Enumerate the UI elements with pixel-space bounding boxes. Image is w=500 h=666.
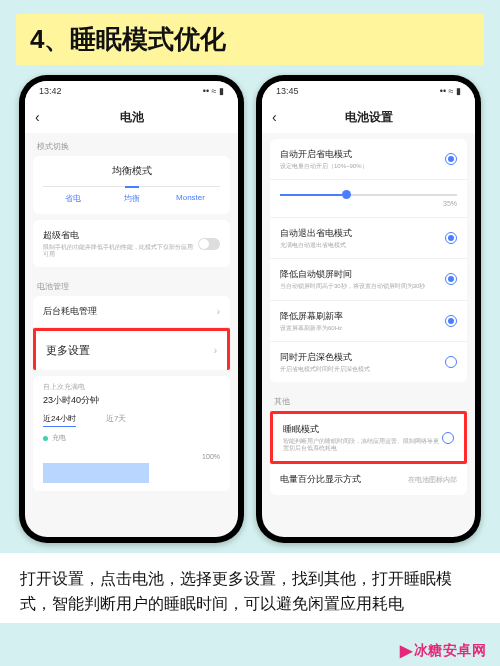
more-settings-label: 更多设置: [46, 343, 214, 358]
super-save-card: 超级省电 限制手机的功能并降低手机的性能，此模式下仅部分应用可用: [33, 220, 230, 267]
threshold-slider[interactable]: [280, 194, 457, 196]
banner-title: 4、睡眠模式优化: [16, 14, 484, 65]
refresh-rate-sub: 设置屏幕刷新率为60Hz: [280, 325, 445, 332]
sleep-mode-toggle[interactable]: [442, 432, 454, 444]
status-icons: •• ≈ ▮: [440, 86, 461, 96]
chart-tabs: 近24小时 近7天: [43, 413, 220, 427]
status-icons: •• ≈ ▮: [203, 86, 224, 96]
section-other-label: 其他: [262, 388, 475, 411]
dark-mode-sub: 开启省电模式时同时开启深色模式: [280, 366, 445, 373]
screen-right: 13:45 •• ≈ ▮ ‹ 电池设置 自动开启省电模式 设定电量自动开启（10…: [262, 81, 475, 537]
lock-time-label: 降低自动锁屏时间: [280, 268, 445, 281]
super-save-toggle[interactable]: [198, 238, 220, 250]
bg-manage-label: 后台耗电管理: [43, 305, 217, 318]
dark-mode-item[interactable]: 同时开启深色模式 开启省电模式时同时开启深色模式: [270, 342, 467, 382]
nav-bar: ‹ 电池设置: [262, 101, 475, 133]
back-button[interactable]: ‹: [272, 109, 277, 125]
sleep-mode-sub: 智能判断用户的睡眠时间段，冻结应用运营、限制网络等更宽切后台低系统耗电: [283, 438, 442, 452]
manage-card: 后台耗电管理 › 更多设置 ›: [33, 296, 230, 370]
mode-tab-balance[interactable]: 均衡: [102, 193, 161, 204]
threshold-slider-row: 35%: [270, 180, 467, 218]
super-save-item[interactable]: 超级省电 限制手机的功能并降低手机的性能，此模式下仅部分应用可用: [33, 220, 230, 267]
chart-since-label: 自上次充满电: [43, 382, 220, 392]
logo-icon: ▶: [400, 641, 410, 660]
pct-display-label: 电量百分比显示方式: [280, 473, 408, 486]
more-settings-item[interactable]: 更多设置 ›: [33, 328, 230, 370]
bg-manage-item[interactable]: 后台耗电管理 ›: [33, 296, 230, 328]
chart-box: 100%: [43, 443, 220, 483]
status-bar: 13:42 •• ≈ ▮: [25, 81, 238, 101]
mode-card: 均衡模式 省电 均衡 Monster: [33, 156, 230, 214]
auto-on-sub: 设定电量自动开启（10%~90%）: [280, 163, 445, 170]
pct-display-item[interactable]: 电量百分比显示方式 在电池图标内部: [270, 464, 467, 495]
phone-right: 13:45 •• ≈ ▮ ‹ 电池设置 自动开启省电模式 设定电量自动开启（10…: [256, 75, 481, 543]
sleep-mode-label: 睡眠模式: [283, 423, 442, 436]
chart-duration: 23小时40分钟: [43, 394, 220, 407]
mode-tabs: 省电 均衡 Monster: [43, 186, 220, 204]
usage-chart-card: 自上次充满电 23小时40分钟 近24小时 近7天 充电 100%: [33, 376, 230, 491]
status-time: 13:42: [39, 86, 62, 96]
chart-fill: [43, 463, 149, 483]
auto-on-item[interactable]: 自动开启省电模式 设定电量自动开启（10%~90%）: [270, 139, 467, 180]
mode-tab-save[interactable]: 省电: [43, 193, 102, 204]
caption-text: 打开设置，点击电池，选择更多设置，找到其他，打开睡眠模式，智能判断用户的睡眠时间…: [0, 553, 500, 623]
lock-time-sub: 当自动锁屏时间高于30秒，将设置自动锁屏时间为30秒: [280, 283, 445, 290]
super-save-label: 超级省电: [43, 229, 198, 242]
chevron-right-icon: ›: [214, 345, 217, 356]
dark-mode-toggle[interactable]: [445, 356, 457, 368]
chevron-right-icon: ›: [217, 306, 220, 317]
mode-title: 均衡模式: [43, 164, 220, 178]
chart-tab-7d[interactable]: 近7天: [106, 413, 126, 427]
pct-display-value: 在电池图标内部: [408, 475, 457, 485]
section-manage-label: 电池管理: [25, 273, 238, 296]
status-bar: 13:45 •• ≈ ▮: [262, 81, 475, 101]
page-title: 电池: [120, 109, 144, 126]
lock-time-item[interactable]: 降低自动锁屏时间 当自动锁屏时间高于30秒，将设置自动锁屏时间为30秒: [270, 259, 467, 300]
footer-brand: 冰糖安卓网: [414, 642, 487, 660]
auto-off-toggle[interactable]: [445, 232, 457, 244]
phones-row: 13:42 •• ≈ ▮ ‹ 电池 模式切换 均衡模式 省电 均衡 Monste…: [0, 75, 500, 543]
section-mode-label: 模式切换: [25, 133, 238, 156]
footer-logo: ▶ 冰糖安卓网: [400, 641, 487, 660]
super-save-sub: 限制手机的功能并降低手机的性能，此模式下仅部分应用可用: [43, 244, 198, 258]
slider-thumb[interactable]: [342, 190, 351, 199]
slider-value: 35%: [280, 200, 457, 207]
dark-mode-label: 同时开启深色模式: [280, 351, 445, 364]
refresh-rate-item[interactable]: 降低屏幕刷新率 设置屏幕刷新率为60Hz: [270, 301, 467, 342]
lock-time-toggle[interactable]: [445, 273, 457, 285]
chart-pct-label: 100%: [202, 453, 220, 460]
status-time: 13:45: [276, 86, 299, 96]
sleep-mode-item[interactable]: 睡眠模式 智能判断用户的睡眠时间段，冻结应用运营、限制网络等更宽切后台低系统耗电: [270, 411, 467, 464]
auto-on-toggle[interactable]: [445, 153, 457, 165]
screen-left: 13:42 •• ≈ ▮ ‹ 电池 模式切换 均衡模式 省电 均衡 Monste…: [25, 81, 238, 537]
chart-legend: 充电: [43, 433, 220, 443]
auto-off-item[interactable]: 自动退出省电模式 充满电自动退出省电模式: [270, 218, 467, 259]
auto-off-label: 自动退出省电模式: [280, 227, 445, 240]
settings-card-2: 睡眠模式 智能判断用户的睡眠时间段，冻结应用运营、限制网络等更宽切后台低系统耗电…: [270, 411, 467, 495]
page-title: 电池设置: [345, 109, 393, 126]
refresh-rate-toggle[interactable]: [445, 315, 457, 327]
settings-card-1: 自动开启省电模式 设定电量自动开启（10%~90%） 35%: [270, 139, 467, 382]
auto-off-sub: 充满电自动退出省电模式: [280, 242, 445, 249]
chart-tab-24h[interactable]: 近24小时: [43, 413, 76, 427]
back-button[interactable]: ‹: [35, 109, 40, 125]
phone-left: 13:42 •• ≈ ▮ ‹ 电池 模式切换 均衡模式 省电 均衡 Monste…: [19, 75, 244, 543]
nav-bar: ‹ 电池: [25, 101, 238, 133]
refresh-rate-label: 降低屏幕刷新率: [280, 310, 445, 323]
mode-tab-monster[interactable]: Monster: [161, 193, 220, 204]
auto-on-label: 自动开启省电模式: [280, 148, 445, 161]
